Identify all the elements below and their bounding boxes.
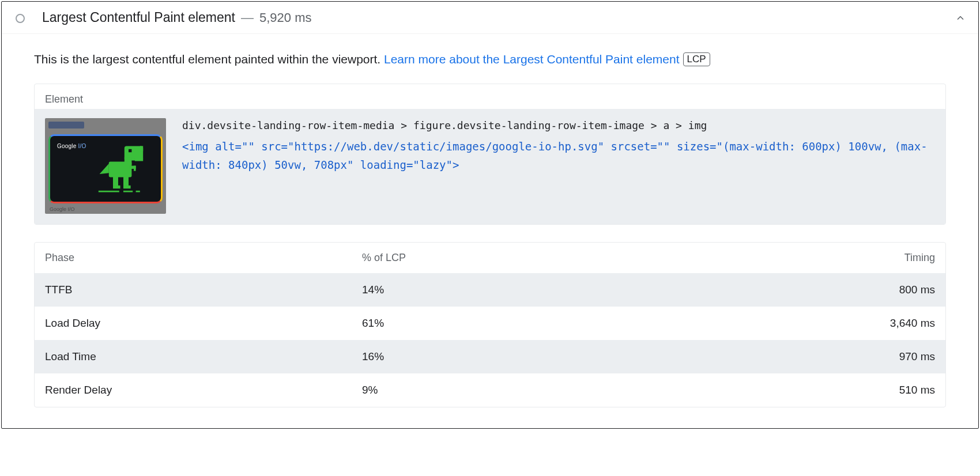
cell-pct: 14% (362, 284, 820, 296)
phase-table: Phase % of LCP Timing TTFB 14% 800 ms Lo… (34, 242, 946, 407)
element-card-header: Element (35, 84, 945, 109)
status-indicator-icon (16, 14, 25, 23)
element-thumbnail: Google I/O (45, 118, 166, 214)
table-row: Render Delay 9% 510 ms (35, 373, 945, 407)
svg-rect-1 (129, 149, 131, 152)
svg-rect-12 (123, 185, 131, 188)
audit-title: Largest Contentful Paint element (42, 10, 235, 25)
element-html-snippet: <img alt="" src="https://web.dev/static/… (182, 137, 935, 175)
table-row: Load Delay 61% 3,640 ms (35, 307, 945, 340)
cell-pct: 16% (362, 350, 820, 363)
svg-rect-3 (135, 158, 143, 161)
cell-timing: 800 ms (820, 284, 935, 296)
dino-icon (97, 143, 149, 195)
thumb-caption: Google I/O (48, 203, 163, 213)
svg-rect-10 (113, 185, 120, 188)
title-separator: — (241, 10, 254, 25)
col-header-pct: % of LCP (362, 252, 820, 264)
col-header-timing: Timing (820, 252, 935, 264)
thumb-logo-google: Google (57, 143, 78, 149)
cell-timing: 3,640 ms (820, 317, 935, 330)
svg-rect-2 (140, 146, 143, 151)
cell-timing: 970 ms (820, 350, 935, 363)
svg-rect-14 (123, 190, 133, 192)
audit-description: This is the largest contentful element p… (34, 50, 946, 69)
cell-pct: 9% (362, 384, 820, 396)
table-row: TTFB 14% 800 ms (35, 273, 945, 307)
learn-more-link[interactable]: Learn more about the Largest Contentful … (384, 52, 680, 66)
cell-phase: Render Delay (45, 384, 362, 396)
element-selector-path: div.devsite-landing-row-item-media > fig… (182, 119, 935, 131)
svg-rect-15 (136, 190, 140, 192)
svg-rect-13 (99, 190, 119, 192)
svg-rect-8 (134, 165, 136, 171)
thumb-header-button (48, 122, 84, 129)
cell-pct: 61% (362, 317, 820, 330)
thumb-logo-io: I/O (78, 143, 86, 149)
chevron-up-icon[interactable] (954, 12, 967, 24)
cell-timing: 510 ms (820, 384, 935, 396)
audit-panel: Largest Contentful Paint element — 5,920… (1, 1, 979, 429)
cell-phase: Load Delay (45, 317, 362, 330)
table-row: Load Time 16% 970 ms (35, 340, 945, 373)
description-text: This is the largest contentful element p… (34, 52, 384, 66)
thumb-card: Google I/O (48, 134, 163, 203)
thumb-logo: Google I/O (57, 143, 86, 149)
element-card: Element Google I/O (34, 84, 946, 225)
element-details: div.devsite-landing-row-item-media > fig… (182, 118, 935, 175)
svg-marker-6 (100, 164, 109, 174)
col-header-phase: Phase (45, 252, 362, 264)
element-card-body: Google I/O (35, 109, 945, 224)
phase-table-header: Phase % of LCP Timing (35, 243, 945, 273)
cell-phase: TTFB (45, 284, 362, 296)
lcp-badge: LCP (683, 52, 710, 66)
svg-rect-5 (109, 161, 132, 177)
audit-header[interactable]: Largest Contentful Paint element — 5,920… (2, 2, 978, 34)
audit-timing: 5,920 ms (259, 10, 312, 25)
audit-body: This is the largest contentful element p… (2, 34, 978, 428)
cell-phase: Load Time (45, 350, 362, 363)
